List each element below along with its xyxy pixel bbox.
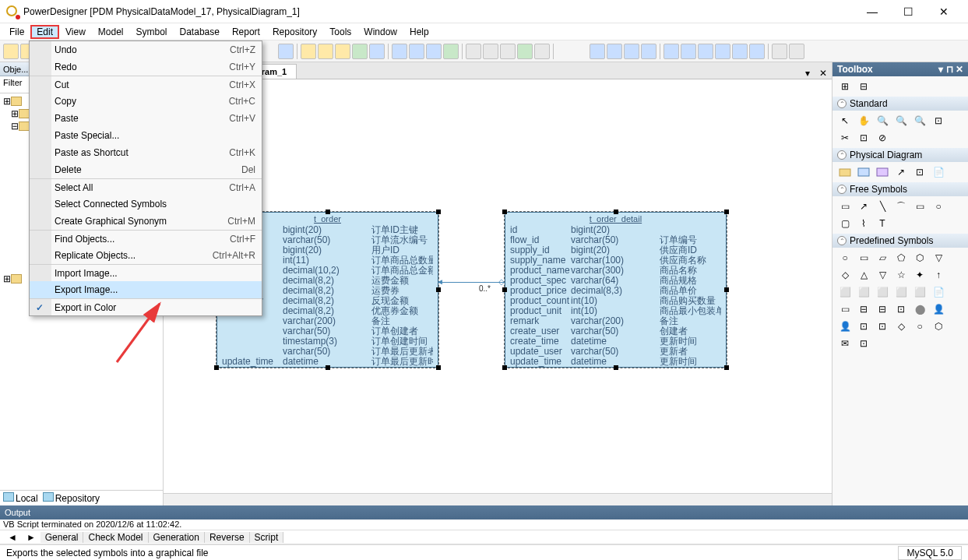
relation-line[interactable] [438,282,505,283]
tool-text-icon[interactable]: T [875,217,890,231]
toolbar-btn-icon[interactable] [698,44,713,59]
menu-database[interactable]: Database [174,25,226,39]
tool-delete-icon[interactable]: ⊘ [875,131,890,145]
shape-icon[interactable]: ⬜ [912,285,928,299]
tab-repository[interactable]: Repository [43,492,100,504]
close-button[interactable]: ✕ [926,0,962,23]
tool-ellipse-icon[interactable]: ○ [931,199,946,213]
tool-note-icon[interactable]: ▭ [837,199,853,213]
toolbar-btn-icon[interactable] [392,44,407,59]
shape-icon[interactable]: ⊟ [875,302,890,316]
shape-icon[interactable]: ⊡ [893,302,909,316]
toolbar-btn-icon[interactable] [789,44,804,59]
tool-hand-icon[interactable]: ✋ [856,114,871,128]
tool-prop-icon[interactable]: ⊡ [856,131,871,145]
menu-item-select-connected-symbols[interactable]: Select Connected Symbols [30,195,262,213]
shape-icon[interactable]: ⬠ [893,251,909,265]
output-tab-general[interactable]: General [40,532,84,543]
tool-link-icon[interactable]: ↗ [856,199,871,213]
menu-item-delete[interactable]: DeleteDel [30,161,262,178]
shape-icon[interactable]: ⊡ [875,319,890,333]
toolbar-btn-icon[interactable] [749,44,765,59]
tool-reference-icon[interactable]: ↗ [893,165,909,179]
minimize-button[interactable]: — [854,0,890,23]
section-standard[interactable]: ⌃Standard [832,97,968,111]
menu-item-export-image-[interactable]: Export Image... [30,281,262,298]
shape-icon[interactable]: ▭ [837,302,853,316]
toolbar-btn-icon[interactable] [369,44,385,59]
tool-icon[interactable]: ⊞ [837,79,853,93]
menu-help[interactable]: Help [403,25,435,39]
menu-item-replicate-objects-[interactable]: Replicate Objects...Ctrl+Alt+R [30,247,262,264]
tool-view-icon[interactable] [875,165,890,179]
toolbar-btn-icon[interactable] [534,44,550,59]
shape-icon[interactable]: ○ [912,319,928,333]
menu-item-find-objects-[interactable]: Find Objects...Ctrl+F [30,230,262,247]
tool-procedure-icon[interactable]: ⊡ [912,165,928,179]
shape-icon[interactable]: ⬜ [893,285,909,299]
toolbar-btn-icon[interactable] [352,44,368,59]
shape-icon[interactable]: 👤 [931,302,946,316]
section-free-symbols[interactable]: ⌃Free Symbols [832,182,968,196]
shape-icon[interactable]: ⬜ [856,285,871,299]
shape-icon[interactable]: ⬡ [912,251,928,265]
tool-line-icon[interactable]: ╲ [875,199,890,213]
menu-report[interactable]: Report [226,25,266,39]
menu-item-redo[interactable]: RedoCtrl+Y [30,58,262,76]
toolbar-btn-icon[interactable] [641,44,656,59]
tool-cut-icon[interactable]: ✂ [837,131,853,145]
shape-icon[interactable]: ○ [837,251,853,265]
menu-tools[interactable]: Tools [323,25,357,39]
menu-edit[interactable]: Edit [30,25,59,39]
tool-package-icon[interactable] [837,165,853,179]
menu-item-copy[interactable]: CopyCtrl+C [30,93,262,110]
menu-item-select-all[interactable]: Select AllCtrl+A [30,178,262,195]
toolbar-btn-icon[interactable] [664,44,679,59]
shape-icon[interactable]: ⊟ [856,302,871,316]
shape-icon[interactable]: ✉ [837,336,853,350]
shape-icon[interactable]: ☆ [893,268,909,282]
section-physical[interactable]: ⌃Physical Diagram [832,148,968,162]
toolbar-btn-icon[interactable] [278,44,294,59]
toolbar-btn-icon[interactable] [517,44,533,59]
shape-icon[interactable]: ⬜ [837,285,853,299]
toolbar-btn-icon[interactable] [715,44,730,59]
maximize-button[interactable]: ☐ [890,0,926,23]
tool-table-icon[interactable] [856,165,871,179]
output-tab-script[interactable]: Script [250,532,284,543]
toolbar-btn-icon[interactable] [607,44,622,59]
tool-pointer-icon[interactable]: ↖ [837,114,853,128]
tool-arc-icon[interactable]: ⌒ [893,199,909,213]
menu-model[interactable]: Model [92,25,130,39]
horizontal-scrollbar[interactable] [164,493,832,505]
shape-icon[interactable]: ◇ [837,268,853,282]
toolbar-btn-icon[interactable] [335,44,350,59]
toolbar-btn-icon[interactable] [624,44,639,59]
toolbar-btn-icon[interactable] [443,44,459,59]
tab-dropdown-icon[interactable]: ▾ [801,68,815,79]
menu-file[interactable]: File [3,25,30,39]
shape-icon[interactable]: ↑ [931,268,946,282]
shape-icon[interactable]: ⬡ [931,319,946,333]
toolbar-btn-icon[interactable] [772,44,787,59]
toolbar-btn-icon[interactable] [466,44,481,59]
table-t-order-detail[interactable]: t_order_detail idbigint(20)flow_idvarcha… [505,212,727,368]
menu-item-paste-as-shortcut[interactable]: Paste as ShortcutCtrl+K [30,144,262,161]
toolbar-btn-icon[interactable] [732,44,748,59]
toolbar-btn-icon[interactable] [318,44,333,59]
tool-zoom-out-icon[interactable]: 🔍 [893,114,909,128]
toolbar-btn-icon[interactable] [483,44,498,59]
toolbar-btn-icon[interactable] [500,44,516,59]
menu-item-export-in-color[interactable]: ✓Export in Color [30,298,262,315]
tool-rrect-icon[interactable]: ▢ [837,217,853,231]
diagram-canvas[interactable]: t_order bigint(20)订单ID主键varchar(50)订单流水编… [164,79,832,493]
pin-icon[interactable]: ▾ ⊓ ✕ [938,64,963,75]
tab-local[interactable]: Local [3,492,38,504]
tool-polyline-icon[interactable]: ⌇ [856,217,871,231]
shape-icon[interactable]: ⊡ [856,336,871,350]
toolbar-btn-icon[interactable] [301,44,316,59]
menu-bar[interactable]: File Edit View Model Symbol Database Rep… [0,23,968,41]
scroll-right-icon[interactable]: ► [22,532,40,543]
shape-icon[interactable]: ⊡ [856,319,871,333]
menu-item-paste[interactable]: PasteCtrl+V [30,110,262,127]
